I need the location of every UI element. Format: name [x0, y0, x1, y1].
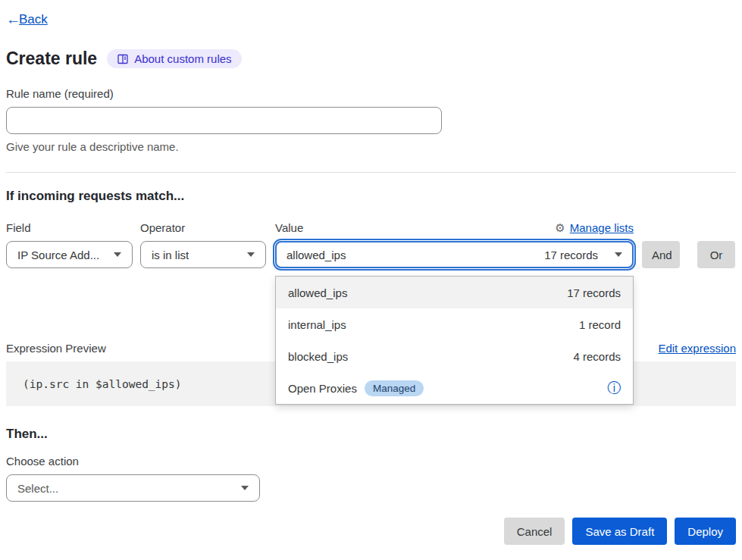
expression-code: (ip.src in $allowed_ips)	[23, 378, 182, 390]
expression-preview-label: Expression Preview	[6, 342, 106, 355]
cancel-button[interactable]: Cancel	[504, 518, 565, 545]
info-icon[interactable]: ⓘ	[607, 381, 621, 395]
about-custom-rules-link[interactable]: About custom rules	[107, 49, 241, 68]
value-selected: allowed_ips	[286, 249, 346, 261]
back-label: Back	[19, 12, 48, 27]
divider	[6, 172, 736, 173]
dropdown-item-internal-ips[interactable]: internal_ips 1 record	[276, 308, 633, 340]
action-placeholder: Select...	[17, 482, 58, 495]
rule-name-label: Rule name (required)	[6, 87, 736, 100]
operator-label: Operator	[140, 221, 266, 234]
then-heading: Then...	[6, 427, 736, 442]
action-select[interactable]: Select...	[6, 474, 260, 502]
operator-column: Operator is in list	[140, 221, 266, 268]
dropdown-item-blocked-ips[interactable]: blocked_ips 4 records	[276, 340, 633, 372]
value-selected-meta: 17 records	[544, 249, 598, 261]
value-label: Value	[275, 221, 303, 234]
dropdown-item-open-proxies[interactable]: Open Proxies Managed ⓘ	[276, 372, 633, 404]
edit-expression-link[interactable]: Edit expression	[658, 342, 736, 355]
operator-select[interactable]: is in list	[140, 241, 266, 268]
or-button[interactable]: Or	[697, 241, 735, 268]
rule-name-input[interactable]	[6, 107, 442, 134]
book-icon	[117, 53, 129, 65]
field-select[interactable]: IP Source Add...	[6, 241, 133, 268]
field-column: Field IP Source Add...	[6, 221, 133, 268]
choose-action-label: Choose action	[6, 455, 736, 468]
value-select[interactable]: allowed_ips 17 records	[275, 241, 634, 268]
chevron-down-icon	[247, 252, 255, 257]
match-heading: If incoming requests match...	[6, 189, 736, 204]
value-dropdown: allowed_ips 17 records internal_ips 1 re…	[275, 276, 634, 405]
rule-name-help: Give your rule a descriptive name.	[6, 140, 736, 153]
field-value: IP Source Add...	[17, 249, 99, 261]
operator-value: is in list	[152, 249, 189, 261]
value-column: Value ⚙Manage lists allowed_ips 17 recor…	[275, 221, 634, 268]
dropdown-item-allowed-ips[interactable]: allowed_ips 17 records	[276, 277, 633, 308]
save-as-draft-button[interactable]: Save as Draft	[572, 518, 667, 545]
deploy-button[interactable]: Deploy	[675, 518, 736, 545]
title-row: Create rule About custom rules	[6, 48, 736, 69]
manage-lists-link[interactable]: ⚙Manage lists	[555, 221, 634, 234]
back-link[interactable]: ←Back	[6, 11, 48, 28]
gear-icon: ⚙	[555, 222, 565, 233]
chevron-down-icon	[114, 252, 121, 257]
about-label: About custom rules	[134, 52, 231, 65]
chevron-down-icon	[241, 486, 249, 490]
managed-badge: Managed	[365, 380, 424, 396]
create-rule-page: ←Back Create rule About custom rules Rul…	[0, 0, 742, 545]
footer-buttons: Cancel Save as Draft Deploy	[6, 518, 736, 545]
and-button[interactable]: And	[642, 241, 680, 268]
page-title: Create rule	[6, 48, 97, 69]
match-row: Field IP Source Add... Operator is in li…	[6, 221, 736, 268]
field-label: Field	[6, 221, 133, 234]
chevron-down-icon	[615, 252, 622, 257]
